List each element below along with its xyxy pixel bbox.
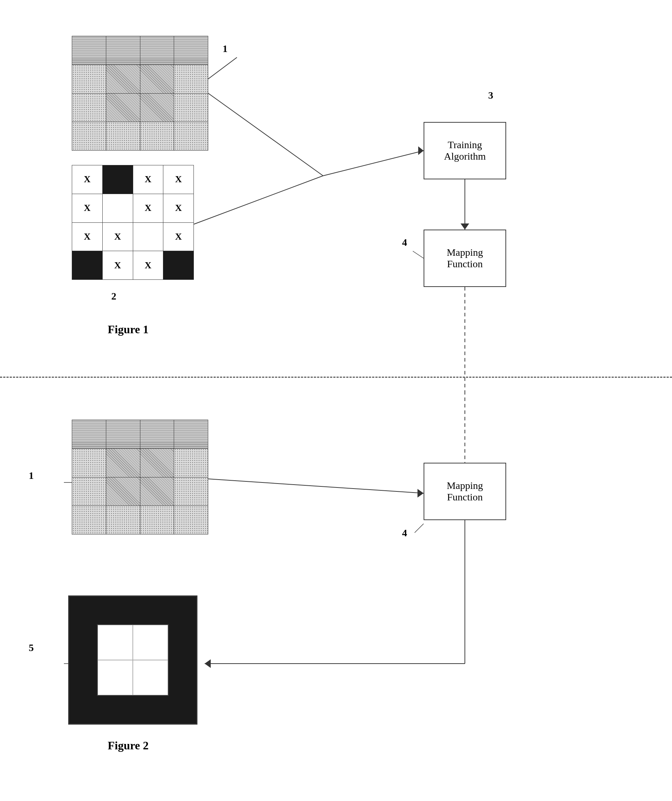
label-1-fig1: 1 <box>222 43 227 55</box>
svg-line-2 <box>194 176 323 224</box>
figure1-area: 1 X X X X X X X X <box>0 14 672 380</box>
label-2: 2 <box>111 291 116 302</box>
mapping-function-box-2: Mapping Function <box>424 463 506 520</box>
mapping-label2-line1: Mapping <box>446 480 483 491</box>
svg-line-8 <box>413 251 424 258</box>
label-1-fig2: 1 <box>29 470 34 481</box>
label-4-fig1: 4 <box>402 237 407 248</box>
training-algorithm-box: Training Algorithm <box>424 122 506 179</box>
section-divider <box>0 376 672 378</box>
label-3: 3 <box>488 90 493 101</box>
grid-image-2: X X X X X X X X X <box>72 165 194 280</box>
svg-line-0 <box>208 57 237 79</box>
svg-line-11 <box>208 479 424 493</box>
svg-marker-17 <box>205 659 211 668</box>
figure2-area: 1 Mapping Function 4 5 Figure 2 <box>0 391 672 786</box>
output-image-border <box>68 595 197 725</box>
mapping-label1-line1: Mapping <box>446 247 483 258</box>
grid-image-1b <box>72 420 208 534</box>
training-label-line1: Training <box>444 139 486 151</box>
svg-line-3 <box>323 151 424 176</box>
training-label-line2: Algorithm <box>444 151 486 162</box>
grid-image-1 <box>72 36 208 151</box>
label-4-fig2: 4 <box>402 527 407 539</box>
mapping-function-box-1: Mapping Function <box>424 230 506 287</box>
mapping-label2-line2: Function <box>446 491 483 503</box>
svg-line-14 <box>415 524 424 533</box>
page: 1 X X X X X X X X <box>0 0 672 801</box>
label-5: 5 <box>29 642 34 653</box>
svg-marker-4 <box>418 146 424 155</box>
svg-marker-6 <box>461 224 469 230</box>
figure2-caption: Figure 2 <box>108 739 148 752</box>
svg-marker-12 <box>417 489 424 497</box>
figure1-caption: Figure 1 <box>108 323 148 336</box>
mapping-label1-line2: Function <box>446 258 483 270</box>
svg-line-1 <box>208 93 323 176</box>
